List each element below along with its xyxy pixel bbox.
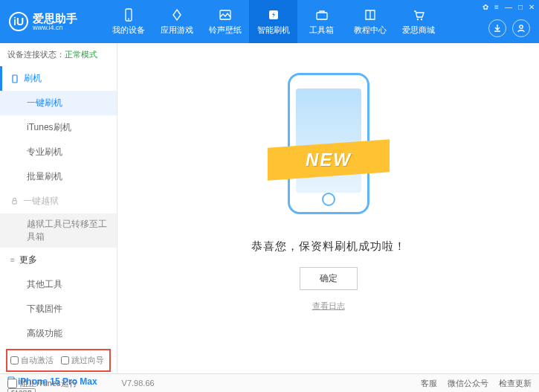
version-label: V7.98.66 <box>122 379 155 388</box>
svg-point-1 <box>128 19 129 20</box>
sidebar-cat-more[interactable]: ≡ 更多 <box>0 248 117 272</box>
svg-rect-4 <box>317 13 327 19</box>
sidebar-cat-flash[interactable]: 刷机 <box>0 66 117 91</box>
sidebar-jailbreak-note: 越狱工具已转移至工具箱 <box>0 213 117 248</box>
status-value: 正常模式 <box>65 50 97 59</box>
sidebar-item-download-fw[interactable]: 下载固件 <box>0 297 117 321</box>
svg-point-7 <box>520 25 523 28</box>
nav-smart-flash[interactable]: 智能刷机 <box>249 0 297 43</box>
user-button[interactable] <box>512 19 530 37</box>
cat-label: 更多 <box>19 254 37 266</box>
cart-icon <box>411 7 426 22</box>
svg-rect-9 <box>13 201 17 205</box>
chk-skip-guide[interactable]: 跳过向导 <box>61 355 104 366</box>
svg-rect-8 <box>13 75 17 83</box>
app-logo: iU 爱思助手 www.i4.cn <box>0 12 104 31</box>
toolbox-icon <box>314 7 329 22</box>
cat-label: 一键越狱 <box>23 195 59 208</box>
sidebar-item-advanced[interactable]: 高级功能 <box>0 321 117 346</box>
list-icon: ≡ <box>10 256 15 264</box>
book-icon <box>363 7 378 22</box>
image-icon <box>218 7 233 22</box>
block-itunes-checkbox[interactable]: 阻止iTunes运行 <box>7 378 77 389</box>
success-message: 恭喜您，保资料刷机成功啦！ <box>251 240 406 254</box>
success-illustration: NEW <box>277 73 381 222</box>
sidebar-cat-jailbreak: 一键越狱 <box>0 189 117 213</box>
chk-auto-activate[interactable]: 自动激活 <box>10 355 54 366</box>
svg-point-5 <box>416 19 418 20</box>
footer-wechat[interactable]: 微信公众号 <box>448 378 488 389</box>
nav-toolbox[interactable]: 工具箱 <box>297 0 346 43</box>
sidebar-item-other-tools[interactable]: 其他工具 <box>0 272 117 297</box>
window-controls: ✿ ≡ — □ ✕ <box>482 3 535 11</box>
sidebar-item-oneclick[interactable]: 一键刷机 <box>0 91 117 115</box>
cat-label: 刷机 <box>24 72 42 85</box>
connection-status: 设备连接状态：正常模式 <box>0 43 117 66</box>
main-panel: NEW 恭喜您，保资料刷机成功啦！ 确定 查看日志 <box>117 43 539 373</box>
minimize-icon[interactable]: — <box>505 3 512 11</box>
nav-store[interactable]: 爱思商城 <box>394 0 442 43</box>
nav-label: 我的设备 <box>112 25 145 36</box>
phone-small-icon <box>10 74 19 83</box>
footer-support[interactable]: 客服 <box>421 378 437 389</box>
maximize-icon[interactable]: □ <box>518 3 523 11</box>
nav-label: 铃声壁纸 <box>209 25 242 36</box>
nav-label: 智能刷机 <box>257 25 290 36</box>
nav-label: 爱思商城 <box>402 25 435 36</box>
nav-apps-games[interactable]: 应用游戏 <box>152 0 201 43</box>
view-log-link[interactable]: 查看日志 <box>312 301 345 312</box>
options-row: 自动激活 跳过向导 <box>6 349 111 372</box>
menu-icon[interactable]: ≡ <box>494 3 499 11</box>
logo-icon: iU <box>9 12 28 31</box>
status-label: 设备连接状态： <box>7 50 65 59</box>
nav-my-device[interactable]: 我的设备 <box>104 0 152 43</box>
nav-label: 工具箱 <box>309 25 334 36</box>
sidebar-item-batch[interactable]: 批量刷机 <box>0 164 117 189</box>
skin-icon[interactable]: ✿ <box>482 3 488 11</box>
titlebar: iU 爱思助手 www.i4.cn 我的设备 应用游戏 铃声壁纸 智能刷机 工具… <box>0 0 539 43</box>
checkbox[interactable] <box>10 356 19 364</box>
app-icon <box>170 7 184 22</box>
nav-ringtones[interactable]: 铃声壁纸 <box>201 0 249 43</box>
ribbon-text: NEW <box>306 150 352 170</box>
svg-point-6 <box>420 19 422 20</box>
phone-icon <box>121 7 136 22</box>
block-itunes-label: 阻止iTunes运行 <box>20 378 77 389</box>
nav-label: 教程中心 <box>354 25 387 36</box>
app-name: 爱思助手 <box>33 13 77 24</box>
sidebar-item-itunes[interactable]: iTunes刷机 <box>0 115 117 140</box>
nav-label: 应用游戏 <box>161 25 193 36</box>
checkbox[interactable] <box>61 356 69 364</box>
new-ribbon: NEW <box>268 139 390 180</box>
sidebar-item-pro[interactable]: 专业刷机 <box>0 140 117 164</box>
sidebar: 设备连接状态：正常模式 刷机 一键刷机 iTunes刷机 专业刷机 批量刷机 一… <box>0 43 117 373</box>
top-nav: 我的设备 应用游戏 铃声壁纸 智能刷机 工具箱 教程中心 爱思商城 <box>104 0 442 43</box>
footer-check-update[interactable]: 检查更新 <box>499 378 532 389</box>
close-icon[interactable]: ✕ <box>529 3 535 11</box>
chk-label: 自动激活 <box>21 355 54 366</box>
ok-button[interactable]: 确定 <box>300 267 358 290</box>
flash-icon <box>266 7 281 22</box>
app-url: www.i4.cn <box>33 24 77 31</box>
nav-tutorials[interactable]: 教程中心 <box>346 0 394 43</box>
titlebar-actions <box>488 19 530 37</box>
checkbox[interactable] <box>7 379 17 388</box>
chk-label: 跳过向导 <box>71 355 104 366</box>
download-button[interactable] <box>488 19 506 37</box>
lock-icon <box>10 197 19 205</box>
